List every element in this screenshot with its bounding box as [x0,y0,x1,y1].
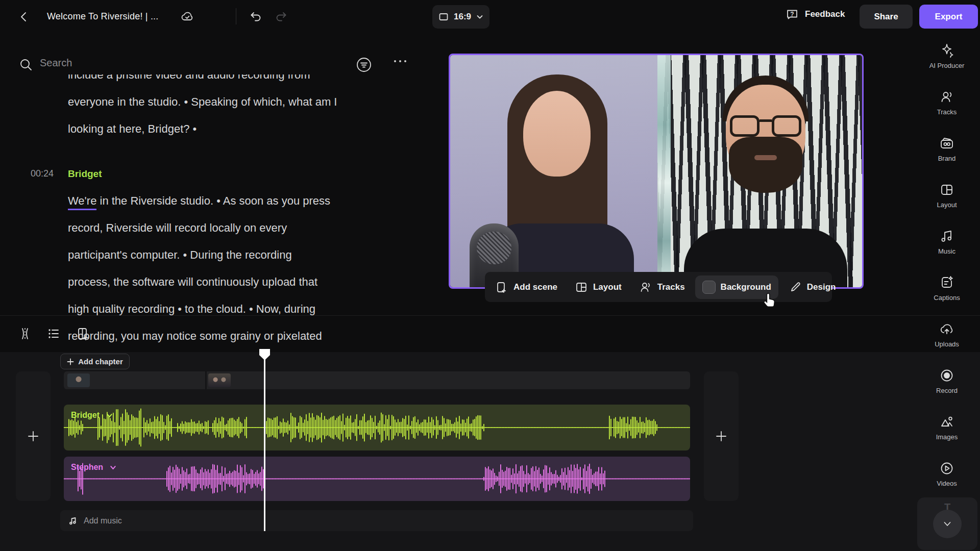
speaker-video-stephen [657,55,864,287]
playhead[interactable] [264,357,265,531]
add-track-left-button[interactable] [16,371,51,501]
add-scene-view-icon[interactable] [75,325,92,342]
plus-icon [67,358,74,365]
music-note-icon [68,516,78,525]
track-label-bridget[interactable]: Bridget [71,411,113,420]
add-music-row[interactable]: Add music [60,510,693,531]
chevron-down-icon [942,519,952,529]
search-icon [18,57,34,72]
chevron-down-icon [476,13,484,21]
layout-icon [939,182,954,197]
sidebar-item-videos[interactable]: Videos [914,461,980,496]
export-button[interactable]: Export [919,5,978,29]
captions-icon [939,275,954,290]
top-bar: Welcome To Riverside! | ... 16:9 ? Feedb… [0,0,980,34]
cursor-pointer [763,292,778,309]
chevron-down-icon[interactable] [106,412,113,419]
feedback-button[interactable]: ? Feedback [785,7,845,21]
search-input[interactable] [40,57,224,69]
bridget-waveform [64,405,690,450]
background-swatch [702,281,716,294]
sidebar-item-uploads[interactable]: Uploads [914,321,980,357]
transcript-segment-header: 00:24 Bridget [31,160,388,187]
record-icon [939,368,954,383]
image-icon [939,414,955,430]
layout-icon [575,281,588,294]
sidebar-item-layout[interactable]: Layout [914,182,980,218]
transcript-search-row [18,56,406,74]
trim-split-icon[interactable] [16,325,34,342]
sidebar-item-captions[interactable]: Captions [914,275,980,311]
sidebar-item-ai-producer[interactable]: AI Producer [914,43,980,79]
video-preview[interactable] [449,54,864,289]
sparkle-icon [939,43,954,58]
sidebar-item-music[interactable]: Music [914,229,980,264]
sidebar-item-brand[interactable]: Brand [914,136,980,171]
feedback-label: Feedback [805,9,845,19]
sidebar-item-images[interactable]: Images [914,414,980,450]
track-label-stephen[interactable]: Stephen [71,463,117,472]
scene-strip[interactable] [64,371,690,389]
transcript-panel[interactable]: include a pristine video and audio recor… [31,74,388,345]
redo-button[interactable] [274,9,289,24]
filter-icon[interactable] [355,56,373,73]
tracks-people-icon [639,281,652,294]
transcript-line[interactable]: participant's computer. • During the rec… [68,241,369,268]
aspect-ratio-dropdown[interactable]: 16:9 [432,5,489,29]
add-scene-button[interactable]: Add scene [495,281,557,294]
sidebar-item-tracks[interactable]: Tracks [914,89,980,125]
scene-thumbnail-2[interactable] [208,373,231,387]
aspect-rect-icon [438,11,449,22]
sidebar-more-panel: T [917,497,977,550]
transcript-line-rest: in the Riverside studio. • As soon as yo… [96,194,330,207]
share-button[interactable]: Share [860,5,913,29]
scene-divider [205,371,207,389]
stephen-waveform [64,457,690,501]
upload-cloud-icon [939,321,955,337]
music-icon [939,229,954,244]
chevron-down-icon[interactable] [109,464,117,471]
transcript-line[interactable]: looking at here, Bridget? • [68,115,369,142]
audio-track-stephen[interactable]: Stephen [64,457,690,501]
add-scene-icon [495,281,508,294]
add-track-right-button[interactable] [704,371,739,501]
design-button[interactable]: Design [789,281,836,294]
add-chapter-button[interactable]: Add chapter [60,354,130,369]
scene-thumbnail-1[interactable] [67,373,90,387]
undo-button[interactable] [248,9,263,24]
brand-icon [939,136,955,151]
audio-track-bridget[interactable]: Bridget [64,405,690,450]
riverside-editor: Welcome To Riverside! | ... 16:9 ? Feedb… [0,0,980,551]
controls-row: 00:24 / 01:16 Hide timeline [0,315,980,352]
back-button[interactable] [16,9,32,24]
list-view-icon[interactable] [45,325,62,342]
playhead-handle[interactable] [259,349,270,360]
svg-text:?: ? [790,11,794,18]
segment-timestamp[interactable]: 00:24 [31,160,54,187]
transcript-line[interactable]: record, Riverside will record locally on… [68,214,369,241]
more-options-icon[interactable] [394,60,406,62]
highlighted-word[interactable]: We're [68,194,96,210]
layout-button[interactable]: Layout [575,281,622,294]
speaker-video-bridget [450,55,657,287]
transcript-line[interactable]: We're in the Riverside studio. • As soon… [68,187,369,214]
aspect-ratio-value: 16:9 [454,12,471,22]
people-icon [939,89,954,105]
preview-toolbar: Add scene Layout Tracks Background Desig… [485,272,832,302]
project-title[interactable]: Welcome To Riverside! | ... [47,11,158,22]
video-play-icon [939,461,954,476]
transcript-line-clipped[interactable]: include a pristine video and audio recor… [68,74,369,88]
design-pen-icon [789,281,802,294]
cloud-sync-icon [180,9,195,24]
topbar-divider [236,8,236,24]
tracks-button[interactable]: Tracks [639,281,685,294]
sidebar-collapse-button[interactable] [933,510,962,538]
help-bubble-icon: ? [785,7,799,21]
transcript-line[interactable]: process, the software will continuously … [68,268,369,295]
transcript-line[interactable]: everyone in the studio. • Speaking of wh… [68,88,369,115]
sidebar-item-record[interactable]: Record [914,368,980,404]
segment-speaker-name[interactable]: Bridget [68,160,102,187]
timeline: Add chapter Bridget Stephen [0,352,980,551]
